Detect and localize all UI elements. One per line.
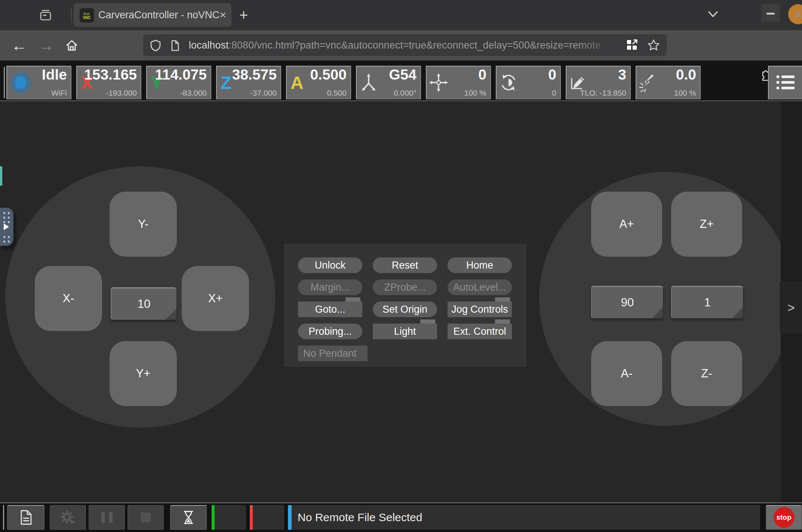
laser-cell[interactable]: 0.0 100 % bbox=[636, 66, 701, 99]
jog-y-plus-button[interactable]: Y+ bbox=[110, 341, 177, 406]
connection-type: WiFi bbox=[51, 89, 67, 98]
bookmark-star-icon[interactable] bbox=[647, 39, 660, 52]
reset-button[interactable]: Reset bbox=[373, 257, 437, 273]
browser-tab-bar: no VNC CarveraController - noVNC × + × bbox=[0, 0, 802, 30]
firefox-view-icon[interactable] bbox=[39, 8, 53, 22]
red-progress-bar bbox=[250, 505, 253, 530]
pause-icon bbox=[101, 512, 113, 523]
feed-percent: 100 % bbox=[464, 89, 486, 98]
z-step-selector[interactable]: 1 bbox=[671, 286, 743, 318]
page-info-icon[interactable] bbox=[169, 40, 181, 52]
ext-control-button[interactable]: Ext. Control bbox=[448, 324, 512, 339]
jog-a-plus-button[interactable]: A+ bbox=[591, 192, 662, 257]
probing-button[interactable]: Probing... bbox=[298, 324, 362, 339]
light-button[interactable]: Light bbox=[373, 324, 437, 339]
jog-y-minus-button[interactable]: Y- bbox=[110, 192, 177, 257]
laser-icon bbox=[638, 72, 659, 93]
progress-track-green bbox=[212, 505, 246, 530]
jog-a-minus-button[interactable]: A- bbox=[591, 341, 662, 406]
axis-z-cell[interactable]: Z 38.575 -37.000 bbox=[216, 66, 281, 99]
novnc-favicon-icon: no VNC bbox=[79, 8, 94, 23]
axis-x-sub: -193.000 bbox=[106, 89, 137, 98]
wcs-cell[interactable]: G54 0.000° bbox=[356, 66, 421, 99]
control-panel: Unlock Reset Home Margin... ZProbe... Au… bbox=[284, 244, 526, 367]
axis-a-value: 0.500 bbox=[310, 66, 347, 83]
left-scroll-indicator bbox=[0, 166, 2, 186]
wcs-value: G54 bbox=[389, 66, 417, 83]
axis-a-cell[interactable]: A 0.500 0.500 bbox=[286, 66, 351, 99]
back-button[interactable]: ← bbox=[11, 30, 27, 61]
fullscreen-page-action-icon[interactable] bbox=[626, 39, 638, 51]
laser-percent: 100 % bbox=[674, 89, 696, 98]
set-origin-button[interactable]: Set Origin bbox=[373, 301, 437, 317]
spindle-cell[interactable]: 0 0 bbox=[496, 66, 561, 99]
open-file-button[interactable] bbox=[7, 505, 44, 530]
axis-a-sub: 0.500 bbox=[327, 89, 347, 98]
url-text[interactable]: localhost:8080/vnc.html?path=vnc&autocon… bbox=[189, 34, 619, 56]
expand-icon: > bbox=[787, 300, 795, 315]
hourglass-icon bbox=[180, 509, 197, 526]
tab-title: CarveraController - noVNC bbox=[98, 3, 219, 27]
browser-toolbar: ← → localhost:8080/vnc.html?path=vnc&aut… bbox=[0, 30, 802, 61]
footer-bar: No Remote File Selected stop bbox=[0, 503, 802, 532]
move-arrows-icon bbox=[428, 72, 449, 93]
shield-icon[interactable] bbox=[150, 40, 161, 52]
browser-tab[interactable]: no VNC CarveraController - noVNC × bbox=[74, 3, 231, 27]
window-close-icon: × bbox=[795, 7, 802, 22]
spindle-rotation-icon bbox=[498, 72, 519, 93]
blue-progress-bar bbox=[288, 505, 292, 530]
right-drawer-handle[interactable]: > bbox=[780, 282, 802, 333]
no-pendant-button: No Pendant bbox=[298, 346, 368, 361]
stop-circle-icon: stop bbox=[774, 507, 795, 528]
laser-value: 0.0 bbox=[676, 66, 696, 83]
unlock-button[interactable]: Unlock bbox=[298, 257, 362, 273]
remote-file-status: No Remote File Selected bbox=[298, 505, 422, 530]
jog-x-minus-button[interactable]: X- bbox=[35, 266, 102, 331]
run-job-button bbox=[50, 505, 86, 530]
minimize-button[interactable] bbox=[761, 4, 780, 22]
statusbar-frame bbox=[4, 67, 5, 98]
minimize-icon bbox=[766, 13, 775, 15]
status-menu-button[interactable] bbox=[768, 66, 802, 99]
wcs-sub: 0.000° bbox=[394, 89, 417, 98]
spindle-value: 0 bbox=[548, 66, 556, 83]
connection-status-icon bbox=[11, 72, 30, 93]
address-bar[interactable]: localhost:8080/vnc.html?path=vnc&autocon… bbox=[143, 34, 667, 56]
timer-button[interactable] bbox=[170, 505, 207, 530]
jog-z-plus-button[interactable]: Z+ bbox=[671, 192, 742, 257]
axis-z-sub: -37.000 bbox=[250, 89, 277, 98]
pause-button bbox=[89, 505, 125, 530]
list-menu-icon bbox=[775, 74, 796, 91]
tab-list-chevron-icon[interactable] bbox=[707, 10, 719, 20]
stop-job-button bbox=[127, 505, 164, 530]
feed-value: 0 bbox=[478, 66, 486, 83]
axis-x-cell[interactable]: X 153.165 -193.000 bbox=[76, 66, 141, 99]
new-tab-button[interactable]: + bbox=[239, 0, 248, 30]
home-button[interactable]: Home bbox=[448, 257, 512, 273]
forward-button[interactable]: → bbox=[38, 30, 54, 61]
statusbar-divider bbox=[0, 100, 802, 101]
axis-x-value: 153.165 bbox=[84, 66, 137, 83]
tool-cell[interactable]: 3 TLO: -13.850 bbox=[566, 66, 631, 99]
zprobe-button: ZProbe... bbox=[373, 279, 437, 295]
xy-step-selector[interactable]: 10 bbox=[111, 287, 176, 320]
machine-state: Idle bbox=[42, 66, 67, 83]
file-icon bbox=[17, 508, 35, 526]
home-icon[interactable] bbox=[65, 39, 79, 52]
coordinate-axes-icon bbox=[358, 72, 379, 93]
goto-button[interactable]: Goto... bbox=[298, 301, 362, 317]
jog-x-plus-button[interactable]: X+ bbox=[182, 266, 249, 331]
a-step-selector[interactable]: 90 bbox=[591, 286, 663, 318]
spindle-sub: 0 bbox=[552, 89, 556, 98]
emergency-stop-button[interactable]: stop bbox=[766, 505, 802, 530]
tab-close-icon[interactable]: × bbox=[219, 3, 226, 27]
file-status-track: No Remote File Selected bbox=[288, 505, 760, 530]
window-close-button[interactable]: × bbox=[788, 4, 802, 24]
left-drawer-handle[interactable] bbox=[0, 208, 13, 246]
jog-z-minus-button[interactable]: Z- bbox=[671, 341, 742, 406]
axis-y-cell[interactable]: Y 114.075 -83.000 bbox=[146, 66, 211, 99]
gear-run-icon bbox=[59, 508, 77, 526]
machine-state-cell[interactable]: Idle WiFi bbox=[6, 66, 71, 99]
feed-cell[interactable]: 0 100 % bbox=[426, 66, 491, 99]
jog-controls-button[interactable]: Jog Controls bbox=[448, 301, 512, 317]
